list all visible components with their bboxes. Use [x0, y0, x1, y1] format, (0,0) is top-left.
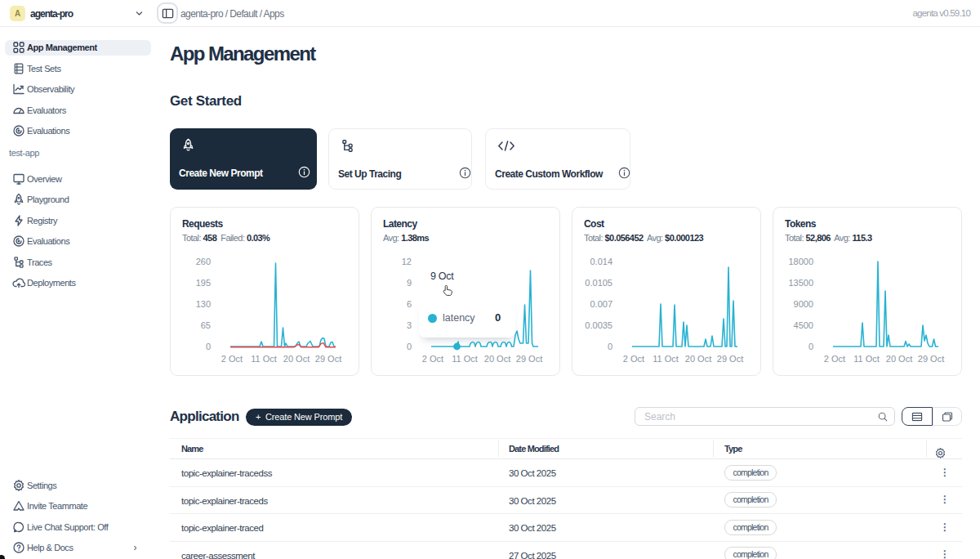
svg-text:29 Oct: 29 Oct	[516, 354, 542, 364]
svg-text:0.0035: 0.0035	[585, 320, 612, 330]
svg-text:20 Oct: 20 Oct	[484, 354, 510, 364]
svg-text:6: 6	[407, 299, 412, 309]
svg-text:195: 195	[196, 278, 211, 288]
svg-text:11 Oct: 11 Oct	[853, 354, 880, 364]
svg-text:0: 0	[808, 342, 813, 351]
svg-text:20 Oct: 20 Oct	[886, 354, 912, 364]
svg-text:0.0105: 0.0105	[585, 278, 612, 288]
svg-text:20 Oct: 20 Oct	[685, 354, 711, 364]
svg-text:20 Oct: 20 Oct	[283, 354, 310, 364]
svg-text:11 Oct: 11 Oct	[251, 354, 277, 364]
svg-text:0: 0	[407, 342, 412, 351]
svg-text:29 Oct: 29 Oct	[717, 354, 743, 364]
svg-text:0: 0	[206, 342, 211, 351]
svg-text:9000: 9000	[794, 299, 813, 309]
svg-text:2 Oct: 2 Oct	[221, 354, 243, 364]
svg-text:0.014: 0.014	[590, 257, 612, 266]
svg-text:12: 12	[402, 257, 412, 266]
svg-text:0.007: 0.007	[590, 299, 612, 309]
svg-text:18000: 18000	[788, 257, 813, 266]
svg-text:4500: 4500	[794, 320, 813, 330]
svg-text:2 Oct: 2 Oct	[824, 354, 845, 364]
svg-text:130: 130	[196, 299, 211, 309]
svg-text:65: 65	[201, 320, 211, 330]
svg-text:0: 0	[608, 342, 612, 351]
svg-text:2 Oct: 2 Oct	[623, 354, 644, 364]
svg-text:11 Oct: 11 Oct	[452, 354, 478, 364]
svg-text:2 Oct: 2 Oct	[422, 354, 443, 364]
svg-text:13500: 13500	[788, 278, 813, 288]
svg-text:29 Oct: 29 Oct	[315, 354, 341, 364]
svg-text:11 Oct: 11 Oct	[653, 354, 679, 364]
svg-text:3: 3	[407, 320, 412, 330]
svg-text:29 Oct: 29 Oct	[918, 354, 944, 364]
svg-text:260: 260	[196, 257, 211, 266]
svg-text:9: 9	[407, 278, 412, 288]
